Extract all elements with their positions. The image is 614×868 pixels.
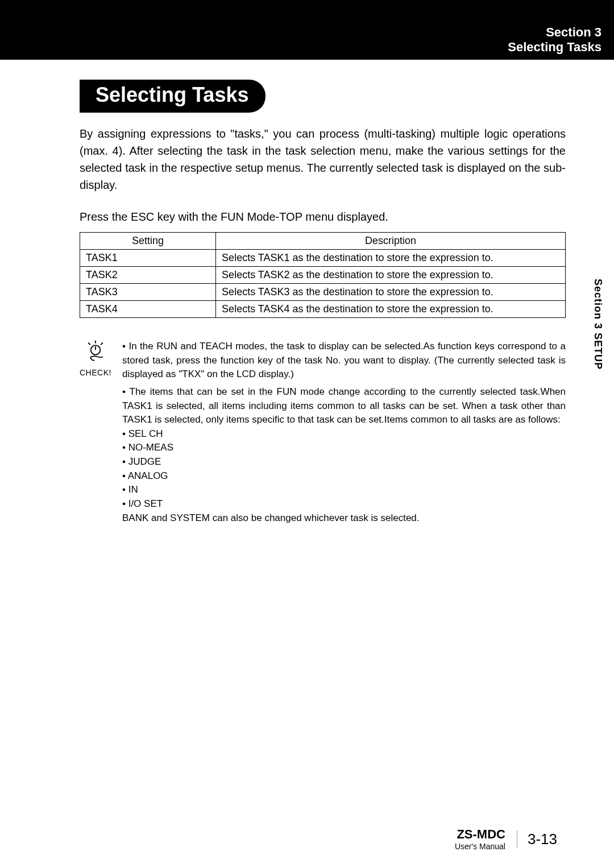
table-head-description: Description xyxy=(216,233,566,250)
page-footer: ZS-MDC User's Manual 3-13 xyxy=(415,827,557,851)
intro-paragraph: By assigning expressions to "tasks," you… xyxy=(80,125,566,193)
note-bullet-1: • In the RUN and TEACH modes, the task t… xyxy=(122,340,566,382)
note-item: • NO-MEAS xyxy=(122,441,566,455)
header-right: Section 3 Selecting Tasks xyxy=(508,25,601,55)
side-tab-label: Section 3 SETUP xyxy=(592,279,604,370)
check-label: CHECK! xyxy=(80,368,111,377)
section-title: Selecting Tasks xyxy=(508,40,601,55)
section-label: Section 3 xyxy=(508,25,601,40)
lightbulb-hand-icon xyxy=(83,340,108,365)
note-bullet-2: • The items that can be set in the FUN m… xyxy=(122,385,566,427)
table-head-setting: Setting xyxy=(80,233,216,250)
table-row: TASK3 Selects TASK3 as the destination t… xyxy=(80,284,566,301)
note-item: • SEL CH xyxy=(122,427,566,441)
note-item: • JUDGE xyxy=(122,455,566,469)
table-cell-setting: TASK3 xyxy=(80,284,216,301)
table-cell-setting: TASK4 xyxy=(80,301,216,318)
table-cell-description: Selects TASK3 as the destination to stor… xyxy=(216,284,566,301)
svg-line-2 xyxy=(101,343,103,345)
svg-line-1 xyxy=(88,343,90,345)
page-header: Section 3 Selecting Tasks xyxy=(0,0,614,60)
instruction-line: Press the ESC key with the FUN Mode-TOP … xyxy=(80,210,566,224)
page-content: Selecting Tasks By assigning expressions… xyxy=(0,60,614,525)
settings-table: Setting Description TASK1 Selects TASK1 … xyxy=(80,232,566,318)
table-row: TASK2 Selects TASK2 as the destination t… xyxy=(80,267,566,284)
note-tail: BANK and SYSTEM can also be changed whic… xyxy=(122,511,566,526)
heading-ribbon: Selecting Tasks xyxy=(80,80,265,113)
footer-subtitle: User's Manual xyxy=(455,842,505,851)
table-row: TASK4 Selects TASK4 as the destination t… xyxy=(80,301,566,318)
check-icon: CHECK! xyxy=(80,340,111,525)
footer-product: ZS-MDC xyxy=(455,827,505,842)
note-item: • IN xyxy=(122,483,566,497)
footer-product-block: ZS-MDC User's Manual xyxy=(455,827,505,851)
check-note: CHECK! • In the RUN and TEACH modes, the… xyxy=(80,340,566,525)
table-cell-description: Selects TASK1 as the destination to stor… xyxy=(216,250,566,267)
table-row: TASK1 Selects TASK1 as the destination t… xyxy=(80,250,566,267)
table-cell-setting: TASK1 xyxy=(80,250,216,267)
footer-page-number: 3-13 xyxy=(517,830,557,848)
note-body: • In the RUN and TEACH modes, the task t… xyxy=(122,340,566,525)
note-item: • I/O SET xyxy=(122,497,566,511)
table-cell-description: Selects TASK2 as the destination to stor… xyxy=(216,267,566,284)
table-cell-setting: TASK2 xyxy=(80,267,216,284)
note-item: • ANALOG xyxy=(122,469,566,483)
table-cell-description: Selects TASK4 as the destination to stor… xyxy=(216,301,566,318)
